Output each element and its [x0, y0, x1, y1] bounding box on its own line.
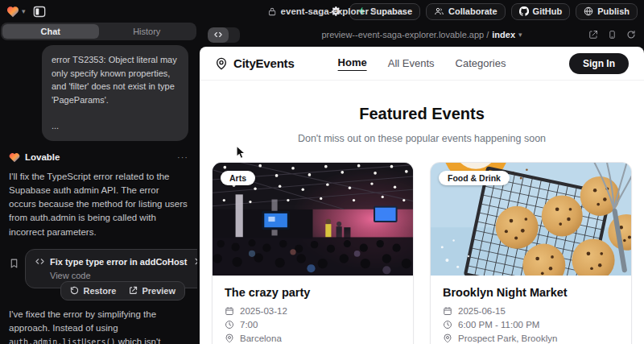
app-header: CityEvents Home All Events Categories Si… [200, 47, 644, 81]
preview-url[interactable]: preview--event-saga-explorer.lovable.app… [321, 30, 522, 39]
refresh-button[interactable] [626, 30, 636, 39]
section-subtitle: Don't miss out on these popular events h… [200, 133, 644, 144]
lovable-heart-icon [9, 152, 20, 163]
tab-history[interactable]: History [99, 24, 196, 39]
panel-toggle-button[interactable] [31, 3, 48, 19]
app-nav: Home All Events Categories [338, 56, 506, 71]
clock-icon [225, 320, 234, 329]
event-date: 2025-03-12 [240, 306, 287, 316]
chat-history-tabs: Chat History [1, 23, 196, 40]
brand-name: CityEvents [233, 56, 295, 70]
mobile-view-button[interactable] [608, 30, 617, 39]
external-link-icon [129, 286, 138, 295]
category-badge: Food & Drink [439, 171, 510, 185]
lovable-heart-icon [6, 6, 19, 18]
github-icon [519, 6, 529, 16]
assistant-header: Lovable ··· [9, 152, 188, 163]
preview-label: Preview [142, 286, 175, 296]
featured-section-header: Featured Events Don't miss out on these … [200, 81, 644, 144]
app-brand[interactable]: CityEvents [215, 56, 295, 70]
event-title: The crazy party [225, 286, 401, 299]
code-card-title: Fix type type error in addCoHost [50, 257, 188, 267]
nav-all-events[interactable]: All Events [388, 57, 435, 69]
restore-icon [70, 286, 79, 295]
message-menu-button[interactable]: ··· [177, 152, 188, 162]
event-time: 6:00 PM - 11:00 PM [458, 320, 539, 329]
tab-chat[interactable]: Chat [2, 24, 99, 39]
github-label: GitHub [533, 6, 563, 16]
lock-icon [268, 7, 277, 16]
url-page: index [492, 30, 515, 39]
publish-label: Publish [597, 6, 630, 16]
event-image-conference: Arts [213, 163, 413, 276]
open-in-new-tab-button[interactable] [588, 30, 598, 39]
collaborate-label: Collaborate [448, 6, 497, 16]
code-icon [208, 27, 229, 43]
map-pin-icon [443, 334, 452, 343]
restore-button[interactable]: Restore [64, 284, 122, 297]
view-code-link[interactable]: View code [50, 271, 197, 280]
sign-in-button[interactable]: Sign In [569, 53, 629, 74]
preview-toolbar: preview--event-saga-explorer.lovable.app… [200, 23, 644, 47]
assistant-paragraph-2: I've fixed the error by simplifying the … [9, 308, 188, 344]
supabase-label: Supabase [370, 6, 412, 16]
event-cards: Arts The crazy party 2025-03-12 [200, 162, 644, 344]
event-location: Prospect Park, Brooklyn [458, 334, 557, 343]
calendar-icon [443, 306, 452, 316]
lovable-logo-menu[interactable]: ▾ [6, 6, 26, 18]
section-title: Featured Events [200, 105, 644, 123]
code-icon [35, 257, 45, 266]
github-button[interactable]: GitHub [511, 3, 571, 20]
event-image-cookies: Food & Drink [431, 163, 631, 276]
assistant-name: Lovable [25, 152, 60, 162]
app-preview: CityEvents Home All Events Categories Si… [200, 47, 644, 344]
assistant-paragraph-1: I'll fix the TypeScript error related to… [9, 170, 188, 239]
user-message-ellipsis: ... [52, 119, 179, 133]
event-time: 7:00 [240, 320, 258, 329]
url-prefix: preview--event-saga-explorer.lovable.app… [321, 30, 489, 39]
preview-panel: preview--event-saga-explorer.lovable.app… [200, 23, 644, 344]
chevron-down-icon: ▾ [518, 31, 522, 39]
restore-label: Restore [83, 286, 116, 296]
user-message-bubble: error TS2353: Object literal may only sp… [42, 45, 188, 141]
nav-home[interactable]: Home [338, 56, 367, 71]
code-view-toggle[interactable] [208, 27, 240, 43]
chat-messages[interactable]: error TS2353: Object literal may only sp… [0, 40, 197, 344]
chevron-down-icon: ▾ [22, 8, 26, 15]
event-location: Barcelona [240, 334, 282, 343]
paragraph-text: I've fixed the error by simplifying the … [9, 309, 156, 333]
map-pin-icon [225, 334, 234, 343]
event-card-the-crazy-party[interactable]: Arts The crazy party 2025-03-12 [212, 162, 414, 344]
collaborate-button[interactable]: Collaborate [426, 3, 506, 20]
publish-button[interactable]: Publish [576, 3, 638, 20]
user-message-text: error TS2353: Object literal may only sp… [52, 55, 177, 105]
chevron-down-icon: ▾ [373, 8, 377, 15]
category-badge: Arts [221, 171, 255, 185]
people-icon [434, 6, 444, 16]
preview-button[interactable]: Preview [123, 284, 181, 297]
project-switcher[interactable]: event-saga-explorer ▾ [268, 0, 377, 23]
event-card-brooklyn-night-market[interactable]: Food & Drink Brooklyn Night Market 2025-… [430, 162, 632, 344]
project-name: event-saga-explorer [281, 6, 369, 16]
globe-icon [584, 6, 593, 16]
clock-icon [443, 320, 452, 329]
calendar-icon [225, 306, 234, 316]
chevron-right-icon [192, 257, 197, 266]
bookmark-icon[interactable] [9, 258, 19, 272]
chat-panel: Chat History error TS2353: Object litera… [0, 23, 197, 344]
sidebar-icon [33, 6, 46, 18]
version-actions: Restore Preview [60, 281, 185, 300]
topbar: ▾ event-saga-explorer ▾ Supabas [0, 0, 644, 23]
event-date: 2025-06-15 [458, 306, 506, 316]
nav-categories[interactable]: Categories [456, 57, 506, 69]
inline-code: auth.admin.listUsers() [9, 338, 115, 344]
map-pin-icon [215, 57, 228, 70]
event-title: Brooklyn Night Market [443, 286, 619, 299]
